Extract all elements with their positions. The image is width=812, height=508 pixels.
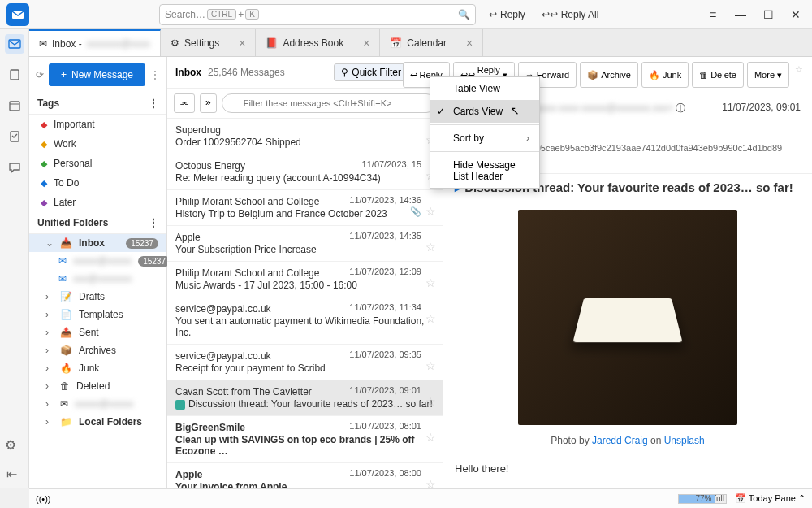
chat-icon[interactable] [5, 158, 24, 177]
close-tab-icon[interactable]: × [363, 37, 369, 50]
close-tab-icon[interactable]: × [466, 37, 473, 50]
star-icon[interactable]: ☆ [425, 312, 436, 325]
online-icon[interactable]: ((•)) [36, 494, 51, 504]
search-icon[interactable]: 🔍 [458, 9, 470, 20]
filter-pin-button[interactable]: ⫘ [174, 93, 195, 113]
close-button[interactable]: ✕ [783, 3, 809, 26]
star-icon[interactable]: ☆ [425, 395, 436, 408]
star-icon[interactable]: ☆ [425, 478, 436, 488]
filter-chevron-button[interactable]: » [200, 93, 217, 113]
junk-button[interactable]: 🔥 Junk [641, 62, 689, 88]
svg-rect-2 [11, 70, 19, 80]
tag-important[interactable]: ◆ Important [29, 115, 166, 134]
gear-icon: ⚙ [171, 37, 179, 49]
filter-messages-input[interactable] [222, 93, 436, 113]
address-book-icon[interactable] [5, 65, 24, 85]
message-row[interactable]: SuperdrugOrder 10029562704 Shipped☆ [167, 119, 443, 154]
svg-rect-3 [10, 102, 19, 111]
star-icon[interactable]: ☆ [425, 431, 436, 444]
svg-rect-1 [9, 40, 20, 48]
mail-icon[interactable] [5, 34, 24, 54]
message-row[interactable]: Cavan Scott from The CavletterDiscussion… [167, 380, 443, 416]
message-list-pane: Inbox 25,646 Messages ⚲ Quick Filter ⊞ ⫘… [167, 57, 443, 488]
list-title: Inbox [175, 67, 201, 78]
menu-table-view[interactable]: Table View [430, 77, 539, 100]
cursor-icon: ↖ [510, 104, 520, 117]
message-row[interactable]: service@paypal.co.uk You sent an automat… [167, 297, 443, 345]
folder-junk[interactable]: ›🔥 Junk [29, 359, 166, 377]
more-icon[interactable]: ⋮ [149, 98, 158, 109]
book-icon: 📕 [266, 37, 278, 49]
unified-folders-header[interactable]: Unified Folders⋮ [29, 212, 166, 234]
tasks-icon[interactable] [5, 127, 24, 146]
menu-cards-view[interactable]: Cards View [430, 100, 539, 123]
delete-button[interactable]: 🗑 Delete [692, 62, 744, 88]
more-icon[interactable]: ⋮ [149, 217, 158, 228]
hamburger-icon[interactable]: ≡ [700, 3, 726, 26]
global-search-input[interactable]: Search… CTRL+ K 🔍 [159, 4, 476, 25]
unsplash-link[interactable]: Unsplash [664, 435, 705, 446]
star-icon[interactable]: ☆ [425, 241, 436, 254]
folder-inbox[interactable]: ⌄📥 Inbox15237 [29, 234, 166, 252]
calendar-icon: 📅 [390, 37, 402, 49]
tab-settings[interactable]: ⚙ Settings× [161, 29, 257, 56]
calendar-icon[interactable] [5, 96, 24, 115]
tab-address-book[interactable]: 📕 Address Book× [256, 29, 380, 56]
kbd-k: K [245, 9, 259, 20]
folder-menu-icon[interactable]: ⋮ [150, 69, 160, 80]
archive-button[interactable]: 📦 Archive [580, 62, 638, 88]
more-button[interactable]: More ▾ [747, 62, 789, 88]
tag-work[interactable]: ◆ Work [29, 134, 166, 154]
message-row[interactable]: BigGreenSmileClean up with SAVINGS on to… [167, 416, 443, 463]
status-bar: ((•)) 77% full 📅 Today Pane ⌃ [29, 488, 812, 508]
reply-all-button[interactable]: ↩↩ Reply All [537, 6, 604, 24]
settings-icon[interactable]: ⚙ [5, 437, 16, 453]
message-row[interactable]: service@paypal.co.uk Receipt for your pa… [167, 345, 443, 380]
menu-sort-by[interactable]: Sort by› [430, 127, 539, 150]
folder-drafts[interactable]: ›📝 Drafts [29, 288, 166, 306]
kbd-ctrl: CTRL [207, 9, 236, 20]
folder-account[interactable]: ✉ xxxxx@xxxxx15237 [29, 252, 166, 270]
message-count: 25,646 Messages [208, 67, 285, 78]
preview-body: Photo by Jaredd Craig on Unsplash Hello … [443, 202, 812, 488]
minimize-button[interactable]: — [728, 3, 754, 26]
photo-author-link[interactable]: Jaredd Craig [592, 435, 648, 446]
tab-inbox[interactable]: ✉ Inbox - xxxxxxx@xxxx [29, 29, 161, 56]
folder-local[interactable]: ›📁 Local Folders [29, 413, 166, 431]
folder-account[interactable]: ✉ xxx@xxxxxxx [29, 270, 166, 288]
folder-templates[interactable]: ›📄 Templates [29, 306, 166, 323]
message-row[interactable]: Philip Morant School and CollegeMusic Aw… [167, 262, 443, 297]
folder-archives[interactable]: ›📦 Archives [29, 341, 166, 359]
star-icon[interactable]: ☆ [425, 359, 436, 372]
message-row[interactable]: AppleYour Subscription Price Increase11/… [167, 226, 443, 262]
tag-to-do[interactable]: ◆ To Do [29, 173, 166, 193]
quick-filter-button[interactable]: ⚲ Quick Filter [334, 63, 408, 81]
star-icon[interactable]: ☆ [425, 276, 436, 289]
reply-button[interactable]: ↩ Reply [484, 6, 530, 24]
menu-hide-header[interactable]: Hide Message List Header [430, 154, 539, 188]
app-icon [6, 3, 29, 26]
star-icon[interactable]: ☆ [793, 62, 806, 88]
star-icon[interactable]: ☆ [425, 205, 436, 218]
tag-personal[interactable]: ◆ Personal [29, 154, 166, 173]
new-message-button[interactable]: + New Message [49, 63, 145, 86]
mail-icon: ✉ [39, 38, 47, 50]
folder-account-row[interactable]: ›✉ xxxxx@xxxxx [29, 395, 166, 413]
close-tab-icon[interactable]: × [239, 37, 245, 50]
folder-deleted[interactable]: ›🗑 Deleted [29, 377, 166, 395]
tags-header[interactable]: Tags⋮ [29, 93, 166, 115]
today-pane-toggle[interactable]: 📅 Today Pane ⌃ [735, 493, 806, 504]
collapse-rail-icon[interactable]: ⇤ [6, 467, 17, 482]
maximize-button[interactable]: ☐ [755, 3, 781, 26]
fetch-icon[interactable]: ⟳ [36, 69, 44, 80]
message-row[interactable]: Philip Morant School and CollegeHistory … [167, 190, 443, 226]
tab-calendar[interactable]: 📅 Calendar× [380, 29, 483, 56]
image-caption: Photo by Jaredd Craig on Unsplash [455, 433, 801, 448]
message-row[interactable]: AppleYour invoice from Apple.11/07/2023,… [167, 463, 443, 488]
message-row[interactable]: Octopus EnergyRe: Meter reading query (a… [167, 154, 443, 190]
folder-pane: ⟳ + New Message ⋮ Tags⋮ ◆ Important◆ Wor… [29, 57, 167, 488]
tag-later[interactable]: ◆ Later [29, 193, 166, 212]
folder-sent[interactable]: ›📤 Sent [29, 323, 166, 341]
preview-date: 11/07/2023, 09:01 [722, 102, 801, 113]
quota-meter: 77% full [678, 494, 727, 504]
